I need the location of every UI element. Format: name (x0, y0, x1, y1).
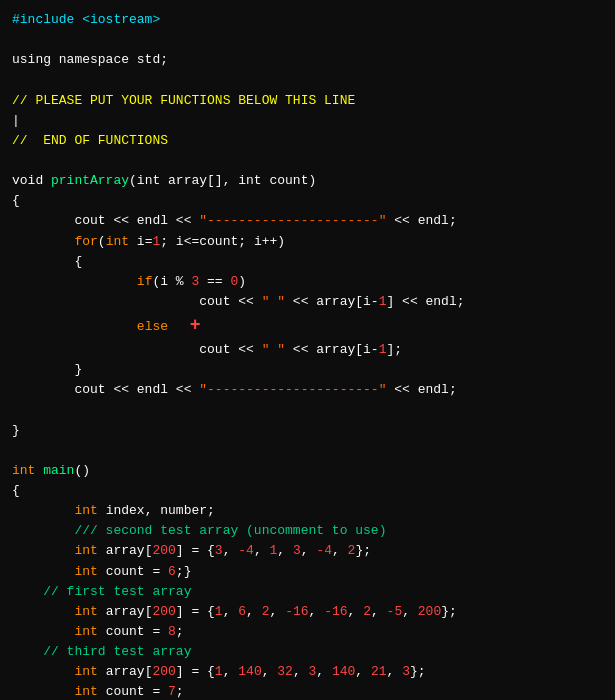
line-9: void printArray(int array[], int count) (12, 171, 603, 191)
line-21: } (12, 421, 603, 441)
line-18: } (12, 360, 603, 380)
line-34: int count = 7; (12, 682, 603, 700)
line-20 (12, 400, 603, 420)
cout-no-endl: cout << " " << array[i-1]; (12, 342, 402, 357)
array-first: int array[200] = {1, 6, 2, -16, -16, 2, … (12, 604, 457, 619)
line-32: // third test array (12, 642, 603, 662)
line-3: using namespace std; (12, 50, 603, 70)
line-8 (12, 151, 603, 171)
cout-endl: cout << " " << array[i-1] << endl; (12, 294, 465, 309)
comment-first-test: // first test array (12, 584, 191, 599)
cout-line-19: cout << endl << "----------------------"… (12, 382, 457, 397)
line-29: // first test array (12, 582, 603, 602)
include-directive: #include <iostream> (12, 12, 160, 27)
close-brace-func: } (12, 423, 20, 438)
code-editor: #include <iostream> using namespace std;… (0, 0, 615, 700)
count-second: int count = 6;} (12, 564, 191, 579)
line-30: int array[200] = {1, 6, 2, -16, -16, 2, … (12, 602, 603, 622)
line-33: int array[200] = {1, 140, 32, 3, 140, 21… (12, 662, 603, 682)
line-24: { (12, 481, 603, 501)
line-1: #include <iostream> (12, 10, 603, 30)
line-12: for(int i=1; i<=count; i++) (12, 232, 603, 252)
else-statement: else + (12, 319, 200, 334)
line-5: // PLEASE PUT YOUR FUNCTIONS BELOW THIS … (12, 91, 603, 111)
int-index-number: int index, number; (12, 503, 215, 518)
open-brace-1: { (12, 193, 20, 208)
line-6: | (12, 111, 603, 131)
open-brace-for: { (12, 254, 82, 269)
line-16: else + (12, 312, 603, 340)
comment-third-test: // third test array (12, 644, 191, 659)
array-third: int array[200] = {1, 140, 32, 3, 140, 21… (12, 664, 426, 679)
main-signature: int main() (12, 463, 90, 478)
comment-end-of-functions: // END OF FUNCTIONS (12, 133, 168, 148)
func-signature: void printArray(int array[], int count) (12, 173, 316, 188)
count-third: int count = 7; (12, 684, 184, 699)
line-15: cout << " " << array[i-1] << endl; (12, 292, 603, 312)
line-7: // END OF FUNCTIONS (12, 131, 603, 151)
line-25: int index, number; (12, 501, 603, 521)
line-19: cout << endl << "----------------------"… (12, 380, 603, 400)
line-2 (12, 30, 603, 50)
line-27: int array[200] = {3, -4, 1, 3, -4, 2}; (12, 541, 603, 561)
line-23: int main() (12, 461, 603, 481)
line-10: { (12, 191, 603, 211)
cout-line-11: cout << endl << "----------------------"… (12, 213, 457, 228)
close-brace-for: } (12, 362, 82, 377)
line-26: /// second test array (uncomment to use) (12, 521, 603, 541)
comment-please-put: // PLEASE PUT YOUR FUNCTIONS BELOW THIS … (12, 93, 355, 108)
line-4 (12, 70, 603, 90)
for-loop: for(int i=1; i<=count; i++) (12, 234, 285, 249)
using-namespace: using namespace std; (12, 52, 168, 67)
count-first: int count = 8; (12, 624, 184, 639)
array-second: int array[200] = {3, -4, 1, 3, -4, 2}; (12, 543, 371, 558)
line-28: int count = 6;} (12, 562, 603, 582)
line-13: { (12, 252, 603, 272)
cursor-line: | (12, 113, 20, 128)
if-statement: if(i % 3 == 0) (12, 274, 246, 289)
comment-second-test: /// second test array (uncomment to use) (12, 523, 386, 538)
line-22 (12, 441, 603, 461)
line-11: cout << endl << "----------------------"… (12, 211, 603, 231)
line-17: cout << " " << array[i-1]; (12, 340, 603, 360)
line-14: if(i % 3 == 0) (12, 272, 603, 292)
line-31: int count = 8; (12, 622, 603, 642)
open-brace-main: { (12, 483, 20, 498)
